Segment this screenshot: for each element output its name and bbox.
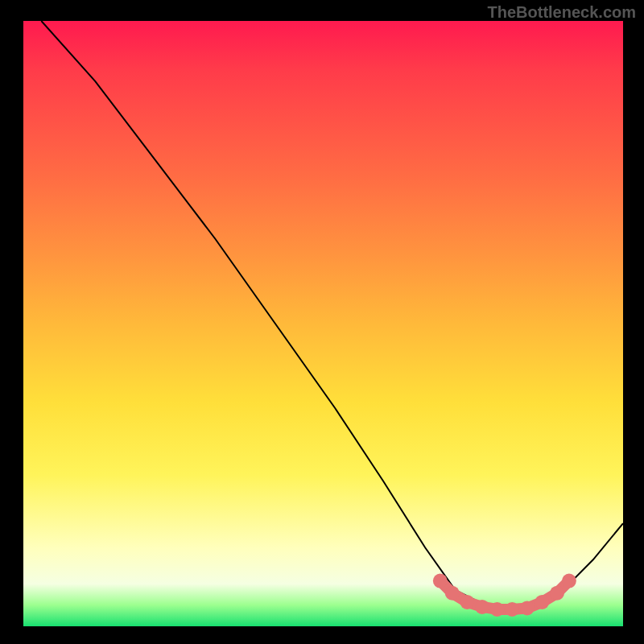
- chart-frame: TheBottleneck.com: [0, 0, 644, 644]
- chart-svg: [23, 21, 623, 626]
- highlight-segment: [440, 581, 569, 609]
- bottleneck-curve: [41, 21, 623, 608]
- highlight-dot: [550, 586, 564, 601]
- highlight-dot: [490, 602, 505, 617]
- highlight-dot: [505, 602, 519, 617]
- watermark-text: TheBottleneck.com: [488, 3, 636, 22]
- highlight-dot: [445, 586, 460, 601]
- highlight-dot: [562, 574, 576, 588]
- highlight-dot: [475, 600, 489, 614]
- highlight-dot: [520, 601, 535, 615]
- plot-area: [23, 21, 623, 626]
- highlight-dot: [433, 574, 448, 588]
- highlight-dot: [535, 595, 550, 609]
- highlight-dot: [460, 595, 474, 609]
